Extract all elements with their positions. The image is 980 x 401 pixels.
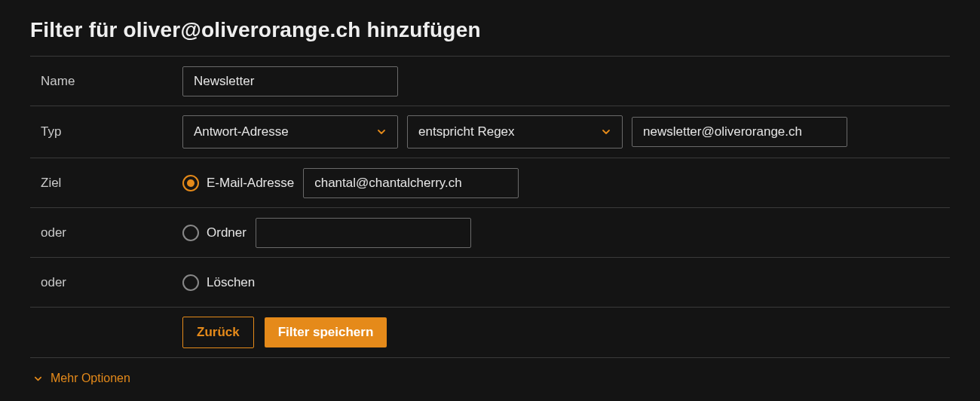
page-title: Filter für oliver@oliverorange.ch hinzuf… (30, 18, 950, 42)
radio-email-label: E-Mail-Adresse (207, 176, 294, 191)
save-button[interactable]: Filter speichern (265, 317, 387, 347)
row-or-folder: oder Ordner (30, 207, 950, 257)
chevron-down-icon (376, 127, 387, 137)
more-options-toggle[interactable]: Mehr Optionen (30, 372, 950, 385)
type-field-select-value: Antwort-Adresse (194, 124, 289, 139)
radio-icon (182, 225, 199, 241)
row-buttons: Zurück Filter speichern (30, 307, 950, 358)
radio-delete[interactable]: Löschen (182, 274, 255, 291)
row-target: Ziel E-Mail-Adresse (30, 158, 950, 207)
type-value-input[interactable] (632, 117, 847, 147)
radio-folder[interactable]: Ordner (182, 225, 247, 241)
label-type: Typ (30, 124, 173, 139)
radio-folder-label: Ordner (207, 225, 247, 240)
type-match-select-value: entspricht Regex (418, 124, 515, 139)
radio-delete-label: Löschen (207, 275, 255, 290)
label-target: Ziel (30, 176, 173, 191)
target-folder-input[interactable] (256, 218, 471, 248)
type-match-select[interactable]: entspricht Regex (407, 115, 623, 148)
more-options-label: Mehr Optionen (51, 372, 130, 385)
back-button[interactable]: Zurück (182, 317, 254, 348)
row-type: Typ Antwort-Adresse entspricht Regex (30, 106, 950, 158)
target-email-input[interactable] (303, 168, 519, 198)
radio-email[interactable]: E-Mail-Adresse (182, 175, 294, 191)
radio-icon (182, 274, 199, 291)
label-name: Name (30, 74, 173, 89)
name-input[interactable] (182, 66, 398, 96)
label-or2: oder (30, 275, 173, 290)
row-name: Name (30, 56, 950, 106)
row-or-delete: oder Löschen (30, 257, 950, 307)
radio-icon (182, 175, 199, 191)
chevron-down-icon (33, 374, 43, 384)
label-or1: oder (30, 225, 173, 240)
chevron-down-icon (601, 127, 611, 137)
type-field-select[interactable]: Antwort-Adresse (182, 115, 398, 148)
